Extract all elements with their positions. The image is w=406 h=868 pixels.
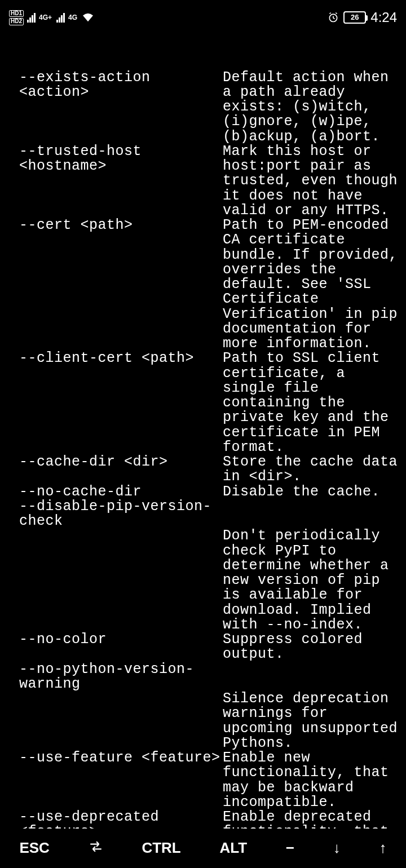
option-flag: --exists-action <action>	[6, 70, 223, 144]
battery-icon: 26	[343, 11, 366, 24]
option-flag: --disable-pip-version-check	[6, 499, 223, 529]
option-description: Path to PEM-encoded CA certificate bundl…	[223, 218, 400, 351]
option-description	[223, 662, 400, 692]
option-description: Suppress colored output.	[223, 632, 400, 662]
extra-keys-bar: ESC CTRL ALT − ↓ ↑	[0, 829, 406, 868]
option-flag	[6, 529, 223, 632]
option-description: Silence deprecation warnings for upcomin…	[223, 692, 400, 751]
option-flag	[6, 692, 223, 751]
esc-key[interactable]: ESC	[12, 836, 56, 860]
alt-key[interactable]: ALT	[213, 836, 254, 860]
wifi-icon	[82, 12, 94, 23]
option-row: --trusted-host <hostname>Mark this host …	[6, 144, 400, 218]
option-description: Disable the cache.	[223, 485, 400, 499]
option-flag: --no-color	[6, 632, 223, 662]
clock: 4:24	[370, 10, 397, 24]
option-row: --exists-action <action>Default action w…	[6, 70, 400, 144]
tab-icon	[89, 839, 103, 854]
network-label-1: 4G+	[39, 14, 52, 21]
option-flag: --trusted-host <hostname>	[6, 144, 223, 218]
option-row: --no-python-version-warning	[6, 662, 400, 692]
status-left: HD1 HD2 4G+ 4G	[9, 10, 94, 25]
option-description: Mark this host or host:port pair as trus…	[223, 144, 400, 218]
signal-icon-2	[56, 12, 65, 23]
option-row: Don't periodically check PyPI to determi…	[6, 529, 400, 632]
option-row: --client-cert <path>Path to SSL client c…	[6, 351, 400, 455]
hd-indicators: HD1 HD2	[9, 10, 24, 25]
option-row: --disable-pip-version-check	[6, 499, 400, 529]
option-description	[223, 499, 400, 529]
option-flag: --no-cache-dir	[6, 485, 223, 499]
option-flag: --cert <path>	[6, 218, 223, 351]
hd2-badge: HD2	[9, 18, 24, 25]
option-row: --cert <path>Path to PEM-encoded CA cert…	[6, 218, 400, 351]
battery-level: 26	[351, 14, 359, 21]
terminal-output[interactable]: --exists-action <action>Default action w…	[0, 35, 406, 868]
option-description: Don't periodically check PyPI to determi…	[223, 529, 400, 632]
option-description: Enable new functionality, that may be ba…	[223, 751, 400, 810]
option-flag: --use-feature <feature>	[6, 751, 223, 810]
status-right: 26 4:24	[328, 10, 397, 24]
down-key[interactable]: ↓	[326, 836, 347, 860]
tab-key[interactable]	[82, 835, 110, 861]
hd1-badge: HD1	[9, 10, 24, 17]
option-row: --no-colorSuppress colored output.	[6, 632, 400, 662]
signal-icon-1	[27, 12, 36, 23]
option-row: --cache-dir <dir>Store the cache data in…	[6, 455, 400, 485]
option-row: --use-feature <feature>Enable new functi…	[6, 751, 400, 810]
option-flag: --client-cert <path>	[6, 351, 223, 455]
option-row: --no-cache-dirDisable the cache.	[6, 485, 400, 499]
status-bar: HD1 HD2 4G+ 4G 26 4:24	[0, 0, 406, 35]
option-description: Default action when a path already exist…	[223, 70, 400, 144]
option-description: Path to SSL client certificate, a single…	[223, 351, 400, 455]
dash-key[interactable]: −	[279, 836, 301, 860]
network-label-2: 4G	[68, 14, 77, 21]
option-flag: --cache-dir <dir>	[6, 455, 223, 485]
alarm-icon	[328, 12, 339, 23]
option-row: Silence deprecation warnings for upcomin…	[6, 692, 400, 751]
option-flag: --no-python-version-warning	[6, 662, 223, 692]
up-key[interactable]: ↑	[373, 836, 394, 860]
option-description: Store the cache data in <dir>.	[223, 455, 400, 485]
ctrl-key[interactable]: CTRL	[135, 836, 187, 860]
